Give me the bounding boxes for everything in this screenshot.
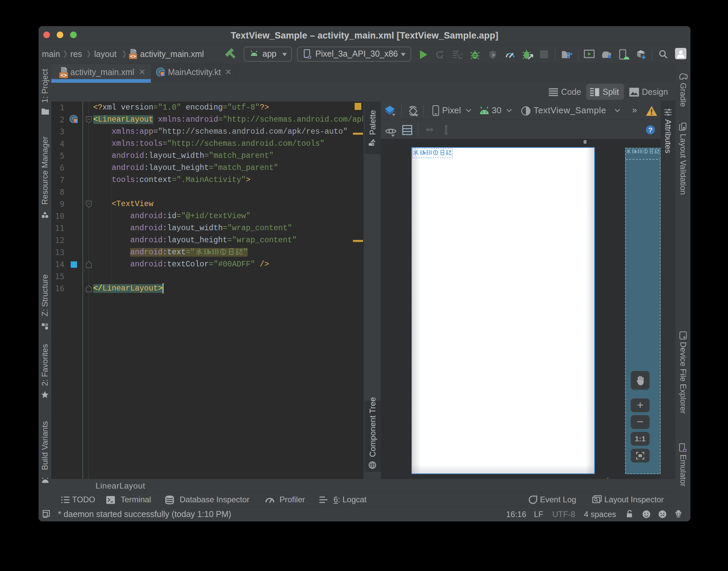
svg-text:A: A: [441, 55, 444, 60]
svg-text:<>: <>: [61, 72, 67, 78]
svg-text:<>: <>: [130, 53, 136, 59]
